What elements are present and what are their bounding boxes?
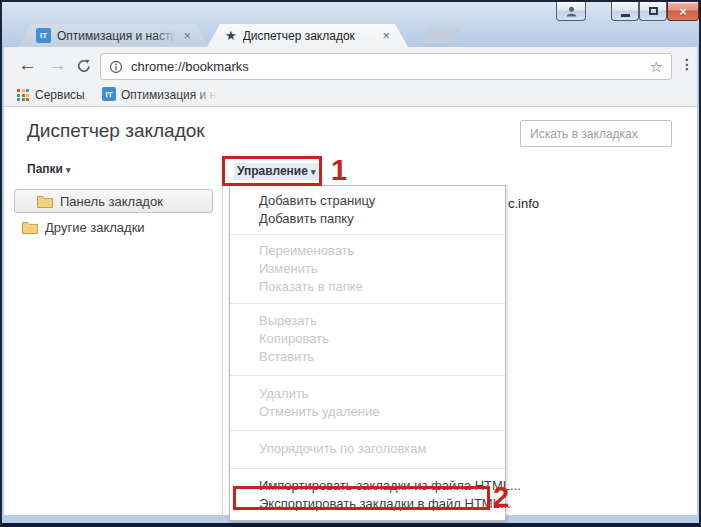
- menu-item-cut: Вырезать: [230, 312, 505, 330]
- menu-item-delete: Удалить: [230, 385, 505, 403]
- bookmarks-bar: Сервисы IT Оптимизация и настр: [4, 84, 697, 106]
- apps-grid-icon: [17, 89, 29, 101]
- annotation-number-1: 1: [331, 156, 347, 185]
- folder-icon: [37, 195, 53, 208]
- text-fade: [155, 29, 175, 43]
- menu-item-rename: Переименовать: [230, 242, 505, 260]
- close-icon: ×: [679, 4, 687, 19]
- manage-menu: Добавить страницу Добавить папку Переиме…: [229, 185, 506, 521]
- menu-item-export-bookmarks[interactable]: Экспортировать закладки в файл HTML...: [230, 495, 505, 513]
- browser-window: × IT Оптимизация и настрой × ★ Диспетчер…: [0, 0, 701, 527]
- tab-close-icon[interactable]: ×: [382, 29, 390, 42]
- sidebar-divider: [222, 185, 223, 515]
- menu-item-import-bookmarks[interactable]: Импортировать закладки из файла HTML...: [230, 477, 505, 495]
- chevron-down-icon: ▾: [66, 165, 71, 175]
- maximize-icon: [649, 7, 658, 15]
- tab-title: Оптимизация и настрой: [57, 29, 175, 43]
- bookmark-item-services[interactable]: Сервисы: [35, 88, 85, 102]
- sidebar-item-label: Панель закладок: [60, 194, 163, 209]
- menu-group: Добавить страницу Добавить папку: [230, 186, 505, 234]
- minimize-button[interactable]: [611, 2, 639, 21]
- bookmark-manager-page: Диспетчер закладок Папки▾ Управление▾ Па…: [4, 107, 697, 515]
- text-fade: [195, 88, 217, 102]
- close-window-button[interactable]: ×: [667, 2, 699, 21]
- sidebar-item-label: Другие закладки: [45, 220, 145, 235]
- menu-item-sort-by-title: Упорядочить по заголовкам: [230, 440, 505, 458]
- partial-bookmark-text: c.info: [508, 196, 539, 211]
- reload-button[interactable]: [76, 58, 92, 74]
- folder-icon: [22, 221, 38, 234]
- menu-item-add-folder[interactable]: Добавить папку: [230, 210, 505, 228]
- menu-group: Удалить Отменить удаление: [230, 375, 505, 430]
- tab-close-icon[interactable]: ×: [183, 29, 191, 42]
- url-text[interactable]: chrome://bookmarks: [131, 59, 650, 74]
- it-favicon: IT: [102, 87, 116, 101]
- bookmark-item-optimization[interactable]: Оптимизация и настр: [121, 88, 217, 102]
- menu-group: Переименовать Изменить Показать в папке: [230, 234, 505, 303]
- sidebar-item-bookmarks-bar[interactable]: Панель закладок: [14, 189, 213, 213]
- minimize-icon: [621, 14, 630, 17]
- manage-dropdown-button[interactable]: Управление▾: [234, 163, 319, 180]
- browser-chrome: ← → chrome://bookmarks ☆ ⋮ Сервисы IT: [4, 47, 697, 107]
- chevron-down-icon: ▾: [311, 167, 316, 177]
- page-info-icon[interactable]: [109, 60, 123, 74]
- menu-group: Импортировать закладки из файла HTML... …: [230, 468, 505, 520]
- search-input[interactable]: [520, 120, 672, 147]
- menu-item-add-page[interactable]: Добавить страницу: [230, 192, 505, 210]
- star-favicon-icon: ★: [225, 29, 237, 42]
- forward-button: →: [48, 55, 67, 75]
- menu-item-undo-delete: Отменить удаление: [230, 403, 505, 421]
- person-icon: [565, 5, 578, 18]
- tab-optimization[interactable]: IT Оптимизация и настрой ×: [18, 24, 209, 47]
- menu-item-show-in-folder: Показать в папке: [230, 278, 505, 296]
- browser-menu-button[interactable]: ⋮: [680, 56, 694, 72]
- bookmark-star-icon[interactable]: ☆: [650, 58, 663, 76]
- profile-button[interactable]: [556, 2, 586, 21]
- it-favicon: IT: [36, 28, 51, 43]
- back-button[interactable]: ←: [18, 55, 37, 75]
- annotation-number-2: 2: [493, 483, 509, 512]
- menu-item-edit: Изменить: [230, 260, 505, 278]
- menu-group: Вырезать Копировать Вставить: [230, 303, 505, 375]
- menu-group: Упорядочить по заголовкам: [230, 430, 505, 468]
- tab-title: Диспетчер закладок: [243, 29, 375, 43]
- tab-bookmark-manager[interactable]: ★ Диспетчер закладок ×: [207, 24, 408, 47]
- page-title: Диспетчер закладок: [27, 120, 205, 142]
- menu-item-copy: Копировать: [230, 330, 505, 348]
- address-bar[interactable]: chrome://bookmarks ☆: [100, 53, 672, 80]
- sidebar-item-other-bookmarks[interactable]: Другие закладки: [22, 215, 212, 239]
- menu-item-paste: Вставить: [230, 348, 505, 366]
- folders-dropdown-button[interactable]: Папки▾: [27, 162, 70, 176]
- maximize-button[interactable]: [639, 2, 667, 21]
